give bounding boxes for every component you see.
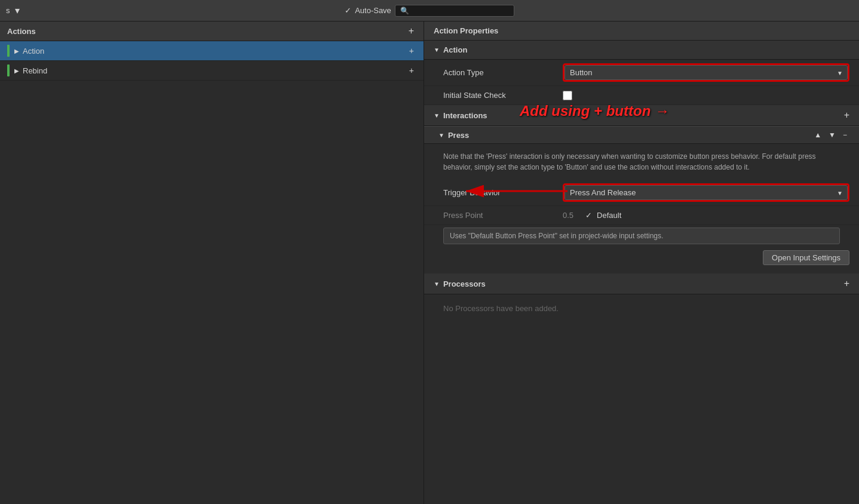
processors-triangle: ▼: [434, 281, 440, 287]
processors-section-header: ▼ Processors +: [424, 273, 859, 294]
actions-panel-header: Actions +: [0, 21, 424, 41]
default-label: Default: [597, 211, 621, 220]
processors-add-button[interactable]: +: [844, 278, 849, 289]
top-bar: s ▾ ✓ Auto-Save: [0, 0, 859, 21]
trigger-behavior-dropdown-wrapper: Press And Release ▼: [563, 183, 849, 202]
green-bar-rebind: [7, 64, 10, 76]
top-bar-center: ✓ Auto-Save: [345, 5, 514, 17]
rebind-item-add-button[interactable]: +: [407, 66, 416, 75]
autosave-label: Auto-Save: [355, 6, 391, 15]
press-label: Press: [448, 131, 469, 140]
action-type-dropdown-wrapper: Button ▼: [563, 63, 849, 82]
interactions-add-button[interactable]: +: [844, 110, 849, 121]
press-note: Note that the 'Press' interaction is onl…: [443, 149, 840, 175]
initial-state-value: [563, 91, 849, 100]
initial-state-label: Initial State Check: [443, 91, 563, 100]
action-section-header: ▼ Action: [424, 41, 859, 60]
action-type-value: Button ▼: [563, 63, 849, 82]
processors-section-title: Processors: [443, 279, 486, 288]
action-properties-title: Action Properties: [434, 26, 498, 35]
rebind-expand-arrow: ▶: [14, 67, 19, 74]
press-move-down-button[interactable]: ▼: [826, 130, 838, 140]
press-remove-button[interactable]: −: [840, 130, 849, 140]
press-point-number: 0.5: [563, 211, 573, 220]
press-point-label: Press Point: [443, 211, 563, 220]
uses-default-box: Uses "Default Button Press Point" set in…: [443, 228, 840, 244]
open-settings-container: Open Input Settings: [424, 247, 859, 269]
action-type-select[interactable]: Button: [565, 65, 848, 80]
action-item-action[interactable]: ▶ Action +: [0, 41, 424, 61]
right-panel-header: Action Properties: [424, 21, 859, 41]
interactions-section-title: Interactions: [443, 111, 487, 120]
main-layout: Actions + ▶ Action + ▶ Rebind + Action P…: [0, 21, 859, 504]
right-panel-content: ▼ Action Action Type Button ▼: [424, 41, 859, 322]
processors-section: ▼ Processors + No Processors have been a…: [424, 273, 859, 322]
open-input-settings-button[interactable]: Open Input Settings: [763, 250, 849, 265]
action-type-row: Action Type Button ▼: [424, 60, 859, 86]
initial-state-checkbox[interactable]: [563, 91, 572, 100]
action-item-rebind[interactable]: ▶ Rebind +: [0, 61, 424, 81]
no-processors-text: No Processors have been added.: [424, 294, 859, 322]
actions-title: Actions: [7, 27, 36, 36]
add-action-button[interactable]: +: [406, 26, 416, 36]
action-section: ▼ Action Action Type Button ▼: [424, 41, 859, 105]
action-item-label: Action: [23, 47, 407, 56]
action-section-title: Action: [443, 45, 467, 54]
trigger-behavior-label: Trigger Behavior: [443, 188, 563, 197]
green-bar: [7, 45, 10, 57]
action-expand-arrow: ▶: [14, 48, 19, 54]
press-interaction-header: ▼ Press ▲ ▼ −: [424, 126, 859, 144]
default-checkmark: ✓: [585, 211, 592, 220]
trigger-behavior-row: Trigger Behavior Press And Release ▼: [424, 180, 859, 206]
interactions-section-header: ▼ Interactions Add using + button → +: [424, 105, 859, 126]
rebind-item-label: Rebind: [23, 66, 407, 75]
press-move-up-button[interactable]: ▲: [812, 130, 824, 140]
top-bar-left: s ▾: [6, 6, 22, 16]
annotation-add-text: Add using + button →: [520, 103, 669, 119]
right-panel: Action Properties ▼ Action Action Type B…: [424, 21, 859, 504]
press-point-row: Press Point 0.5 ✓ Default: [424, 206, 859, 225]
initial-state-row: Initial State Check: [424, 86, 859, 105]
trigger-behavior-value: Press And Release ▼: [563, 183, 849, 202]
interaction-controls: ▲ ▼ −: [812, 130, 849, 140]
trigger-behavior-select[interactable]: Press And Release: [565, 185, 848, 200]
press-triangle: ▼: [438, 132, 444, 139]
top-bar-app-label: s: [6, 6, 10, 15]
top-bar-dropdown[interactable]: ▾: [13, 6, 22, 16]
action-section-triangle: ▼: [434, 47, 440, 53]
press-point-value-container: 0.5 ✓ Default: [563, 211, 849, 220]
action-type-label: Action Type: [443, 68, 563, 77]
action-item-add-button[interactable]: +: [407, 46, 416, 56]
left-panel: Actions + ▶ Action + ▶ Rebind +: [0, 21, 424, 504]
interactions-triangle: ▼: [434, 112, 440, 119]
search-input[interactable]: [395, 5, 514, 17]
autosave-check: ✓: [345, 6, 351, 15]
interactions-section: ▼ Interactions Add using + button → + ▼ …: [424, 105, 859, 269]
